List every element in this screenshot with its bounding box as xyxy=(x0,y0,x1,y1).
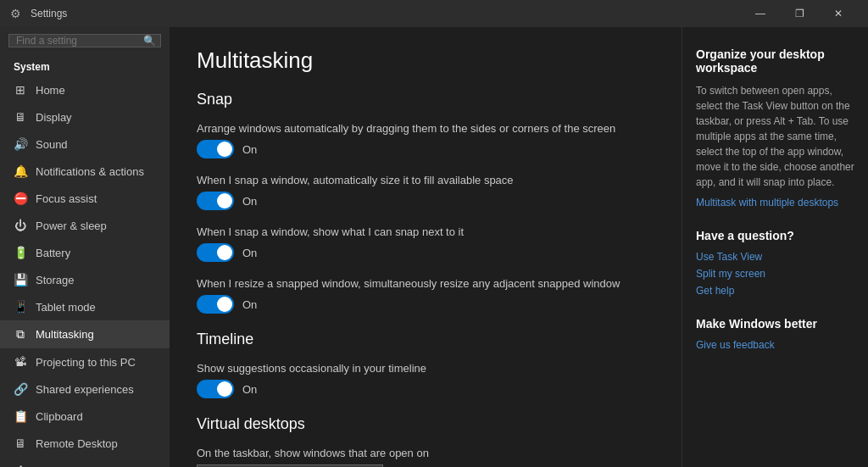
sidebar-item-notifications-label: Notifications & actions xyxy=(36,165,144,178)
titlebar-title: Settings xyxy=(31,8,741,19)
sidebar-item-shared[interactable]: 🔗 Shared experiences xyxy=(0,375,170,403)
snap-toggle1-row: On xyxy=(197,140,654,158)
timeline-toggle1-row: On xyxy=(197,380,654,398)
notifications-icon: 🔔 xyxy=(14,164,27,178)
search-icon: 🔍 xyxy=(143,35,156,47)
sidebar-item-multitasking-label: Multitasking xyxy=(36,328,94,341)
snap-toggle-3[interactable] xyxy=(197,243,234,262)
sidebar-item-display-label: Display xyxy=(36,111,72,124)
sidebar-item-remote-label: Remote Desktop xyxy=(36,437,118,450)
better-title: Make Windows better xyxy=(696,317,854,331)
shared-icon: 🔗 xyxy=(14,382,27,396)
battery-icon: 🔋 xyxy=(14,246,27,259)
snap-toggle1-value: On xyxy=(242,143,257,156)
multitasking-icon: ⧉ xyxy=(14,327,27,342)
snap-toggle4-row: On xyxy=(197,295,654,314)
sidebar-item-projecting-label: Projecting to this PC xyxy=(36,356,136,369)
system-label: System xyxy=(0,54,170,76)
sidebar-item-clipboard[interactable]: 📋 Clipboard xyxy=(0,403,170,430)
get-help-link[interactable]: Get help xyxy=(696,285,854,297)
snap-section-title: Snap xyxy=(197,91,654,108)
sidebar-item-projecting[interactable]: 📽 Projecting to this PC xyxy=(0,348,170,375)
vd-dropdown1-container: On the taskbar, show windows that are op… xyxy=(197,447,654,467)
snap-toggle3-row: On xyxy=(197,243,654,262)
timeline-setting-1: Show suggestions occasionally in your ti… xyxy=(197,362,654,398)
home-icon: ⊞ xyxy=(14,83,27,97)
sidebar-item-home[interactable]: ⊞ Home xyxy=(0,76,170,103)
sidebar-item-about-label: About xyxy=(36,464,64,468)
remote-icon: 🖥 xyxy=(14,436,27,450)
sidebar-item-home-label: Home xyxy=(36,84,65,97)
clipboard-icon: 📋 xyxy=(14,409,27,423)
sidebar-item-battery[interactable]: 🔋 Battery xyxy=(0,239,170,266)
snap-toggle-1[interactable] xyxy=(197,140,234,158)
sidebar-item-tablet[interactable]: 📱 Tablet mode xyxy=(0,293,170,320)
snap-setting3-label: When I snap a window, show what I can sn… xyxy=(197,225,654,238)
sound-icon: 🔊 xyxy=(14,137,27,151)
vd-section-title: Virtual desktops xyxy=(197,415,654,433)
snap-setting-2: When I snap a window, automatically size… xyxy=(197,174,654,210)
power-icon: ⏻ xyxy=(14,219,27,232)
sidebar-item-power-label: Power & sleep xyxy=(36,220,107,232)
question-section: Have a question? Use Task View Split my … xyxy=(696,229,854,297)
sidebar-item-storage[interactable]: 💾 Storage xyxy=(0,266,170,293)
snap-setting1-label: Arrange windows automatically by draggin… xyxy=(197,122,654,135)
better-section: Make Windows better Give us feedback xyxy=(696,317,854,351)
timeline-toggle1-value: On xyxy=(242,383,257,396)
vd-dropdown1-label: On the taskbar, show windows that are op… xyxy=(197,447,654,459)
task-view-link[interactable]: Use Task View xyxy=(696,251,854,263)
about-icon: ℹ xyxy=(14,464,27,467)
sidebar-item-tablet-label: Tablet mode xyxy=(36,301,96,314)
search-box[interactable]: 🔍 xyxy=(8,34,161,47)
storage-icon: 💾 xyxy=(14,273,27,286)
content-area: Multitasking Snap Arrange windows automa… xyxy=(170,27,682,467)
sidebar-item-clipboard-label: Clipboard xyxy=(36,410,83,423)
sidebar-item-focus[interactable]: ⛔ Focus assist xyxy=(0,185,170,212)
titlebar-controls: — ❐ ✕ xyxy=(741,0,858,27)
sidebar-item-multitasking[interactable]: ⧉ Multitasking xyxy=(0,320,170,348)
sidebar-item-sound-label: Sound xyxy=(36,138,68,151)
sidebar-item-focus-label: Focus assist xyxy=(36,192,97,205)
settings-icon: ⚙ xyxy=(10,7,24,20)
projecting-icon: 📽 xyxy=(14,355,27,369)
snap-setting-1: Arrange windows automatically by draggin… xyxy=(197,122,654,158)
close-button[interactable]: ✕ xyxy=(819,0,858,27)
sidebar-item-shared-label: Shared experiences xyxy=(36,383,134,396)
snap-toggle4-value: On xyxy=(242,298,257,311)
search-input[interactable] xyxy=(16,35,143,47)
minimize-button[interactable]: — xyxy=(741,0,780,27)
question-title: Have a question? xyxy=(696,229,854,242)
titlebar: ⚙ Settings — ❐ ✕ xyxy=(0,0,868,27)
sidebar-item-sound[interactable]: 🔊 Sound xyxy=(0,131,170,158)
sidebar-item-power[interactable]: ⏻ Power & sleep xyxy=(0,212,170,239)
snap-setting4-label: When I resize a snapped window, simultan… xyxy=(197,277,654,290)
sidebar-item-display[interactable]: 🖥 Display xyxy=(0,103,170,131)
tablet-icon: 📱 xyxy=(14,300,27,314)
snap-toggle3-value: On xyxy=(242,247,257,259)
snap-toggle2-value: On xyxy=(242,195,257,208)
snap-setting2-label: When I snap a window, automatically size… xyxy=(197,174,654,186)
snap-toggle-4[interactable] xyxy=(197,295,234,314)
organize-section: Organize your desktop workspace To switc… xyxy=(696,47,854,208)
snap-toggle2-row: On xyxy=(197,192,654,210)
snap-toggle-2[interactable] xyxy=(197,192,234,210)
timeline-setting1-label: Show suggestions occasionally in your ti… xyxy=(197,362,654,375)
sidebar-item-remote[interactable]: 🖥 Remote Desktop xyxy=(0,430,170,457)
sidebar-item-storage-label: Storage xyxy=(36,274,75,286)
sidebar-item-about[interactable]: ℹ About xyxy=(0,457,170,467)
right-panel: Organize your desktop workspace To switc… xyxy=(682,27,868,467)
snap-setting-3: When I snap a window, show what I can sn… xyxy=(197,225,654,262)
organize-title: Organize your desktop workspace xyxy=(696,47,854,75)
display-icon: 🖥 xyxy=(14,110,27,124)
maximize-button[interactable]: ❐ xyxy=(780,0,819,27)
page-title: Multitasking xyxy=(197,47,654,74)
timeline-section-title: Timeline xyxy=(197,331,654,348)
sidebar-item-notifications[interactable]: 🔔 Notifications & actions xyxy=(0,158,170,185)
organize-text: To switch between open apps, select the … xyxy=(696,83,854,190)
multitask-link[interactable]: Multitask with multiple desktops xyxy=(696,197,854,208)
feedback-link[interactable]: Give us feedback xyxy=(696,339,854,351)
snap-setting-4: When I resize a snapped window, simultan… xyxy=(197,277,654,314)
timeline-toggle-1[interactable] xyxy=(197,380,234,398)
split-screen-link[interactable]: Split my screen xyxy=(696,268,854,280)
sidebar: 🔍 System ⊞ Home 🖥 Display 🔊 Sound 🔔 Noti… xyxy=(0,27,170,467)
